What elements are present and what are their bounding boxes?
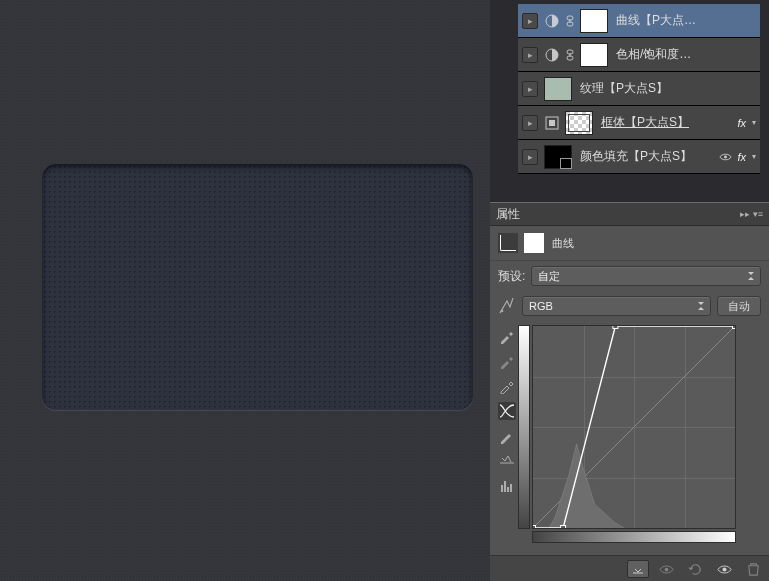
clip-histogram-icon[interactable] bbox=[498, 477, 516, 495]
expand-toggle-icon[interactable]: ▸ bbox=[522, 115, 538, 131]
layer-name[interactable]: 纹理【P大点S】 bbox=[580, 80, 756, 97]
layers-panel: ▸曲线【P大点…▸色相/饱和度…▸纹理【P大点S】▸框体【P大点S】fx▾▸颜色… bbox=[518, 4, 760, 174]
layer-thumbnail[interactable] bbox=[580, 9, 608, 33]
layer-name[interactable]: 框体【P大点S】 bbox=[601, 114, 734, 131]
svg-rect-13 bbox=[504, 481, 506, 492]
channel-row: RGB 自动 bbox=[490, 291, 769, 321]
layer-row[interactable]: ▸色相/饱和度… bbox=[518, 38, 760, 72]
on-image-tool-icon[interactable] bbox=[498, 297, 516, 315]
svg-point-11 bbox=[501, 310, 504, 313]
link-icon bbox=[565, 49, 575, 61]
svg-rect-9 bbox=[549, 120, 555, 126]
curve-point[interactable] bbox=[613, 326, 618, 329]
adjustment-type-label: 曲线 bbox=[552, 236, 574, 251]
fx-expand-icon[interactable]: ▾ bbox=[752, 118, 756, 127]
toggle-visibility-icon[interactable] bbox=[717, 562, 732, 577]
layer-name[interactable]: 颜色填充【P大点S】 bbox=[580, 148, 717, 165]
link-icon bbox=[565, 15, 575, 27]
layer-thumbnail[interactable] bbox=[544, 145, 572, 169]
eyedropper-black-icon[interactable] bbox=[498, 327, 516, 345]
panel-menu-icon[interactable]: ▾≡ bbox=[753, 209, 763, 219]
auto-button[interactable]: 自动 bbox=[717, 296, 761, 316]
adjustment-icon bbox=[544, 47, 560, 63]
svg-rect-12 bbox=[501, 485, 503, 492]
draw-curve-pencil-icon[interactable] bbox=[498, 427, 516, 445]
document-canvas[interactable] bbox=[0, 0, 490, 581]
expand-toggle-icon[interactable]: ▸ bbox=[522, 13, 538, 29]
channel-dropdown[interactable]: RGB bbox=[522, 296, 711, 316]
layer-mask-icon[interactable] bbox=[524, 233, 544, 253]
properties-panel-title-bar[interactable]: 属性 ▸▸ ▾≡ bbox=[490, 203, 769, 226]
layer-name[interactable]: 色相/饱和度… bbox=[616, 46, 756, 63]
eyedropper-gray-icon[interactable] bbox=[498, 352, 516, 370]
fx-badge[interactable]: fx bbox=[737, 151, 746, 163]
curve-point[interactable] bbox=[561, 526, 566, 529]
layer-thumbnail[interactable] bbox=[544, 77, 572, 101]
curve-point[interactable] bbox=[733, 326, 736, 329]
preset-label: 预设: bbox=[498, 268, 525, 285]
eyedropper-white-icon[interactable] bbox=[498, 377, 516, 395]
input-gradient[interactable] bbox=[532, 531, 736, 543]
view-previous-icon[interactable] bbox=[659, 562, 674, 577]
preset-row: 预设: 自定 bbox=[490, 261, 769, 291]
properties-title: 属性 bbox=[496, 206, 520, 223]
curves-graph[interactable] bbox=[532, 325, 736, 529]
curves-adjustment-icon[interactable] bbox=[498, 233, 518, 253]
adjustment-icon bbox=[544, 13, 560, 29]
layer-thumbnail[interactable] bbox=[580, 43, 608, 67]
layer-row[interactable]: ▸纹理【P大点S】 bbox=[518, 72, 760, 106]
fx-expand-icon[interactable]: ▾ bbox=[752, 152, 756, 161]
layer-thumbnail[interactable] bbox=[565, 111, 593, 135]
collapse-icon[interactable]: ▸▸ bbox=[740, 209, 750, 219]
svg-rect-14 bbox=[507, 487, 509, 492]
layer-row[interactable]: ▸曲线【P大点… bbox=[518, 4, 760, 38]
shape-icon bbox=[544, 115, 560, 131]
svg-rect-15 bbox=[510, 484, 512, 492]
fx-badge[interactable]: fx bbox=[737, 117, 746, 129]
delete-icon[interactable] bbox=[746, 562, 761, 577]
svg-point-17 bbox=[665, 567, 669, 571]
expand-toggle-icon[interactable]: ▸ bbox=[522, 47, 538, 63]
preset-dropdown[interactable]: 自定 bbox=[531, 266, 761, 286]
clip-to-layer-icon[interactable] bbox=[627, 560, 649, 578]
layer-row[interactable]: ▸颜色填充【P大点S】fx▾ bbox=[518, 140, 760, 174]
layer-name[interactable]: 曲线【P大点… bbox=[616, 12, 756, 29]
output-gradient[interactable] bbox=[518, 325, 530, 529]
svg-point-18 bbox=[722, 567, 726, 571]
mask-visibility-icon[interactable] bbox=[719, 152, 732, 162]
adjustment-type-row: 曲线 bbox=[490, 226, 769, 261]
reset-icon[interactable] bbox=[688, 562, 703, 577]
edit-points-icon[interactable] bbox=[498, 402, 516, 420]
curves-tool-column bbox=[496, 325, 518, 543]
properties-panel: 属性 ▸▸ ▾≡ 曲线 预设: 自定 RGB 自动 bbox=[490, 202, 769, 581]
layer-row[interactable]: ▸框体【P大点S】fx▾ bbox=[518, 106, 760, 140]
expand-toggle-icon[interactable]: ▸ bbox=[522, 149, 538, 165]
expand-toggle-icon[interactable]: ▸ bbox=[522, 81, 538, 97]
properties-footer bbox=[490, 555, 769, 581]
svg-point-10 bbox=[724, 155, 727, 158]
rectangle-object[interactable] bbox=[42, 164, 473, 410]
smooth-icon[interactable] bbox=[498, 452, 516, 470]
curve-point[interactable] bbox=[533, 526, 536, 529]
